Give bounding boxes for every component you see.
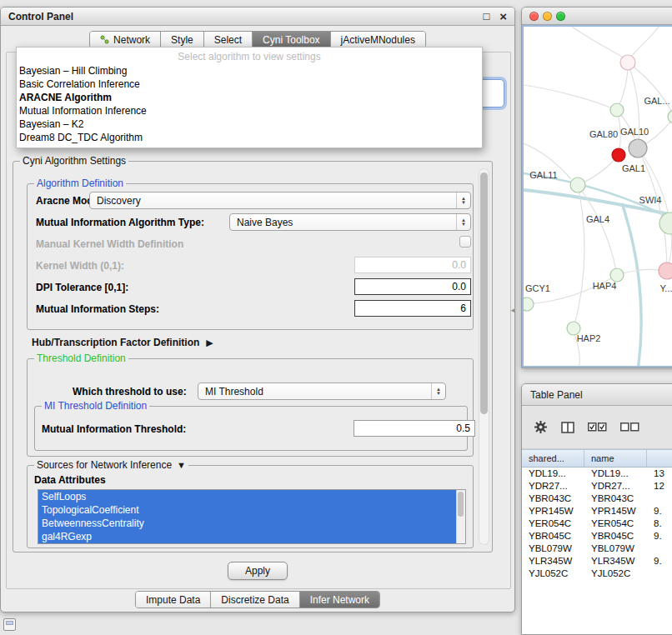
- network-node-label: SWI4: [639, 195, 662, 205]
- close-window-icon[interactable]: ×: [499, 12, 507, 22]
- kernel-width-input[interactable]: [354, 257, 471, 273]
- network-node[interactable]: [570, 178, 585, 192]
- mi-threshold-label: Mutual Information Threshold:: [42, 423, 186, 435]
- table-row[interactable]: YDL19...YDL19...13: [522, 468, 672, 480]
- dropdown-item-basic-correlation[interactable]: Basic Correlation Inference: [17, 78, 482, 91]
- dropdown-item-bayesian-k2[interactable]: Bayesian – K2: [17, 118, 482, 131]
- network-node-label: GAL...: [644, 96, 669, 106]
- table-row[interactable]: YJL052CYJL052C: [522, 568, 672, 580]
- network-node[interactable]: [620, 55, 635, 70]
- list-scrollbar-thumb[interactable]: [458, 492, 464, 517]
- table-row[interactable]: YER054CYER054C8.: [522, 518, 672, 530]
- table-row[interactable]: YBR045CYBR045C9.: [522, 530, 672, 542]
- dropdown-item-bayesian-hill[interactable]: Bayesian – Hill Climbing: [17, 64, 482, 78]
- zoom-traffic-light-icon[interactable]: [556, 12, 565, 21]
- data-attributes-label: Data Attributes: [34, 474, 106, 486]
- settings-scrollbar[interactable]: [479, 168, 489, 545]
- select-all-columns-icon[interactable]: [588, 422, 607, 432]
- column-header-extra[interactable]: [647, 450, 672, 467]
- aracne-mode-select[interactable]: Discovery ▲▼: [89, 192, 471, 209]
- network-node[interactable]: [524, 298, 534, 311]
- settings-scrollbar-thumb[interactable]: [480, 172, 488, 414]
- manual-kernel-label: Manual Kernel Width Definition: [36, 238, 183, 250]
- network-edge[interactable]: [631, 27, 659, 57]
- sources-group-title[interactable]: Sources for Network Inference ▼: [34, 459, 188, 471]
- network-canvas[interactable]: GAL...GAL80GAL10GAL1GAL11SWI4GAL4GCY1HAP…: [522, 25, 672, 368]
- data-attributes-list[interactable]: SelfLoops TopologicalCoefficient Between…: [38, 489, 466, 544]
- list-item-selected[interactable]: SelfLoops: [38, 490, 456, 503]
- cell-extra: 8.: [647, 518, 672, 530]
- tab-select[interactable]: Select: [204, 32, 253, 48]
- network-edge-highlighted[interactable]: [622, 203, 641, 368]
- network-node[interactable]: [610, 103, 624, 117]
- which-threshold-select[interactable]: MI Threshold ▲▼: [198, 382, 446, 400]
- column-layout-icon[interactable]: [561, 422, 574, 433]
- cyni-algorithm-settings-group: Cyni Algorithm Settings Algorithm Defini…: [13, 161, 493, 552]
- column-header-shared-name[interactable]: shared...: [522, 450, 584, 467]
- mi-threshold-definition-group: MI Threshold Definition Mutual Informati…: [34, 406, 468, 451]
- mi-type-select[interactable]: Naive Bayes ▲▼: [229, 213, 471, 231]
- tab-network[interactable]: Network: [90, 32, 161, 48]
- cell-shared-name: YBR043C: [522, 492, 584, 505]
- selected-value: Naive Bayes: [237, 217, 293, 228]
- network-edge[interactable]: [524, 85, 610, 108]
- cell-name: YLR345W: [584, 555, 647, 568]
- network-edge[interactable]: [628, 62, 672, 117]
- dropdown-prompt: Select algorithm to view settings: [17, 50, 482, 64]
- list-item-selected[interactable]: gal4RGexp: [38, 530, 456, 543]
- table-row[interactable]: YLR345WYLR345W9.: [522, 555, 672, 568]
- network-view-window: GAL...GAL80GAL10GAL1GAL11SWI4GAL4GCY1HAP…: [521, 7, 672, 368]
- column-header-name[interactable]: name: [584, 450, 647, 467]
- apply-button[interactable]: Apply: [228, 562, 288, 580]
- sources-group: Sources for Network Inference ▼ Data Att…: [27, 465, 474, 548]
- table-row[interactable]: YBL079WYBL079W: [522, 542, 672, 555]
- network-node-label: GAL80: [589, 129, 618, 139]
- cell-extra: 9.: [647, 530, 672, 542]
- dropdown-item-mutual-information[interactable]: Mutual Information Inference: [17, 104, 482, 118]
- cell-name: YDL19...: [584, 468, 647, 480]
- tab-infer-network[interactable]: Infer Network: [300, 592, 379, 608]
- list-scrollbar[interactable]: [456, 490, 465, 543]
- network-node[interactable]: [659, 262, 672, 279]
- cell-shared-name: YBR045C: [522, 530, 584, 542]
- tab-label: Cyni Toolbox: [263, 34, 319, 46]
- network-edge[interactable]: [574, 185, 584, 328]
- tab-jactivemnodules[interactable]: jActiveMNodules: [331, 32, 425, 48]
- gear-icon[interactable]: [534, 420, 548, 434]
- cell-shared-name: YDL19...: [522, 468, 584, 480]
- table-row[interactable]: YBR043CYBR043C: [522, 492, 672, 505]
- manual-kernel-checkbox[interactable]: [459, 236, 471, 248]
- mi-steps-input[interactable]: [354, 300, 471, 317]
- network-node[interactable]: [612, 148, 625, 162]
- list-item-selected[interactable]: BetweennessCentrality: [38, 517, 456, 530]
- table-row[interactable]: YDR27...YDR27...12: [522, 480, 672, 492]
- network-node[interactable]: [629, 139, 647, 158]
- collapsed-panel-icon[interactable]: [3, 618, 16, 631]
- tab-impute-data[interactable]: Impute Data: [136, 592, 211, 608]
- mi-threshold-input[interactable]: [354, 420, 475, 437]
- network-node[interactable]: [610, 268, 624, 282]
- network-edge[interactable]: [572, 27, 624, 58]
- network-node[interactable]: [668, 110, 672, 123]
- control-panel-window: Control Panel □ × Network Style Select C…: [0, 7, 515, 612]
- cell-name: YBR045C: [584, 530, 647, 542]
- close-traffic-light-icon[interactable]: [529, 12, 539, 21]
- window-title: Control Panel: [8, 11, 473, 22]
- group-title: Algorithm Definition: [34, 178, 126, 189]
- tab-discretize-data[interactable]: Discretize Data: [211, 592, 299, 608]
- list-item-selected[interactable]: TopologicalCoefficient: [38, 503, 456, 517]
- network-window-titlebar: [522, 8, 672, 25]
- panel-collapse-arrow-icon[interactable]: ◄: [509, 307, 516, 314]
- sources-title-label: Sources for Network Inference: [37, 459, 172, 471]
- tab-style[interactable]: Style: [161, 32, 204, 48]
- tab-cyni-toolbox[interactable]: Cyni Toolbox: [253, 32, 330, 48]
- dpi-tolerance-input[interactable]: [354, 278, 471, 295]
- dropdown-item-dream8[interactable]: Dream8 DC_TDC Algorithm: [17, 131, 482, 144]
- table-row[interactable]: YPR145WYPR145W9.: [522, 505, 672, 518]
- tab-label: Impute Data: [146, 594, 200, 606]
- float-window-icon[interactable]: □: [483, 10, 489, 22]
- hub-definition-expander[interactable]: Hub/Transcription Factor Definition ▶: [32, 337, 213, 348]
- minimize-traffic-light-icon[interactable]: [543, 12, 552, 21]
- dropdown-item-aracne[interactable]: ARACNE Algorithm: [17, 91, 482, 104]
- deselect-columns-icon[interactable]: [620, 422, 639, 432]
